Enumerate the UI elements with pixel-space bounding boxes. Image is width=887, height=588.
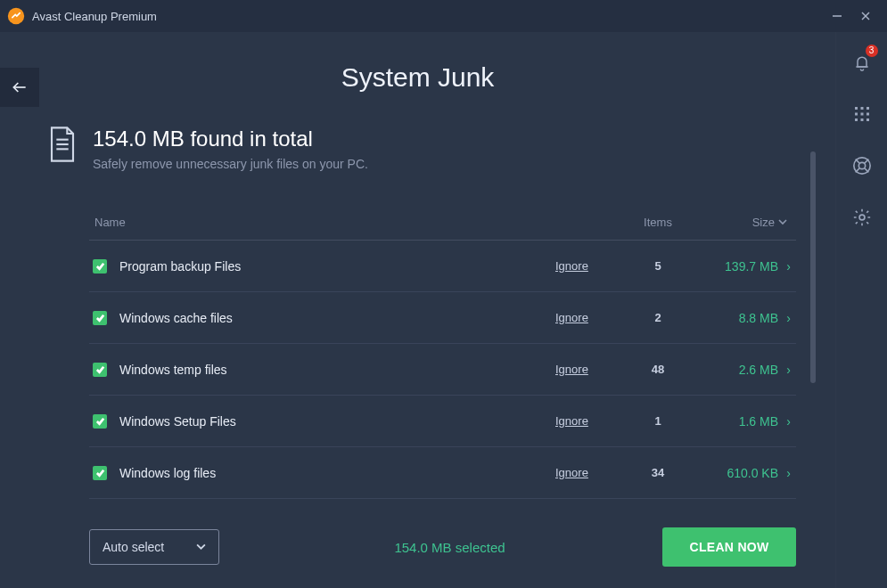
close-button[interactable] — [851, 2, 880, 30]
row-size[interactable]: 2.6 MB — [689, 363, 778, 377]
table-row: Windows Setup FilesIgnore11.6 MB› — [89, 396, 796, 447]
svg-rect-11 — [866, 107, 869, 110]
clean-now-button[interactable]: CLEAN NOW — [662, 527, 796, 567]
svg-rect-10 — [860, 107, 863, 110]
svg-point-19 — [858, 162, 865, 168]
titlebar: Avast Cleanup Premium — [0, 0, 887, 32]
help-button[interactable] — [848, 151, 876, 180]
row-name: Windows cache files — [119, 311, 555, 325]
svg-rect-12 — [855, 113, 858, 116]
row-size[interactable]: 8.8 MB — [689, 311, 778, 325]
apps-grid-button[interactable] — [848, 100, 876, 128]
settings-button[interactable] — [848, 203, 876, 232]
ignore-link[interactable]: Ignore — [555, 311, 627, 324]
page-title: System Junk — [0, 32, 835, 93]
back-button[interactable] — [0, 68, 39, 107]
svg-rect-14 — [866, 113, 869, 116]
chevron-right-icon: › — [778, 311, 796, 325]
row-items: 5 — [627, 259, 689, 273]
table-row: Program backup FilesIgnore5139.7 MB› — [89, 241, 796, 292]
svg-rect-17 — [866, 118, 869, 121]
row-items: 34 — [627, 466, 689, 479]
row-items: 48 — [627, 363, 689, 376]
scrollbar[interactable] — [810, 151, 816, 383]
chevron-right-icon: › — [778, 414, 796, 429]
table-row: Windows log filesIgnore34610.0 KB› — [89, 447, 796, 499]
row-name: Windows temp files — [119, 363, 555, 377]
svg-rect-13 — [860, 113, 863, 116]
column-items: Items — [627, 216, 689, 229]
found-total: 154.0 MB found in total — [93, 127, 368, 151]
chevron-right-icon: › — [778, 466, 796, 480]
row-name: Windows Setup Files — [119, 414, 555, 429]
minimize-button[interactable] — [823, 2, 851, 30]
chevron-right-icon: › — [778, 259, 796, 274]
ignore-link[interactable]: Ignore — [555, 259, 627, 273]
notifications-button[interactable]: 3 — [848, 48, 876, 77]
row-size[interactable]: 610.0 KB — [689, 466, 778, 480]
ignore-link[interactable]: Ignore — [555, 466, 627, 479]
row-checkbox[interactable] — [93, 414, 107, 429]
row-checkbox[interactable] — [93, 259, 107, 274]
row-size[interactable]: 139.7 MB — [689, 259, 778, 274]
row-items: 1 — [627, 414, 689, 428]
chevron-down-icon — [778, 216, 787, 229]
auto-select-dropdown[interactable]: Auto select — [89, 529, 219, 565]
app-title: Avast Cleanup Premium — [32, 10, 823, 23]
svg-rect-9 — [855, 107, 858, 110]
document-icon — [48, 127, 77, 162]
svg-rect-15 — [855, 118, 858, 121]
chevron-down-icon — [196, 540, 206, 554]
column-name: Name — [89, 216, 555, 229]
row-name: Windows log files — [119, 466, 555, 480]
right-sidebar: 3 — [835, 32, 887, 588]
row-checkbox[interactable] — [93, 363, 107, 377]
row-checkbox[interactable] — [93, 466, 107, 480]
notification-badge: 3 — [866, 45, 878, 57]
selected-size: 154.0 MB selected — [255, 540, 645, 555]
table-row: Windows temp filesIgnore482.6 MB› — [89, 344, 796, 396]
row-size[interactable]: 1.6 MB — [689, 414, 778, 429]
svg-rect-16 — [860, 118, 863, 121]
row-checkbox[interactable] — [93, 311, 107, 325]
ignore-link[interactable]: Ignore — [555, 363, 627, 376]
chevron-right-icon: › — [778, 363, 796, 377]
ignore-link[interactable]: Ignore — [555, 414, 627, 428]
column-size-label: Size — [752, 216, 775, 229]
row-name: Program backup Files — [119, 259, 555, 274]
svg-point-24 — [859, 215, 865, 220]
avast-logo-icon — [7, 7, 25, 25]
row-items: 2 — [627, 311, 689, 324]
table-header: Name Items Size — [89, 208, 796, 241]
found-subtitle: Safely remove unnecessary junk files on … — [93, 157, 368, 171]
auto-select-label: Auto select — [103, 540, 164, 554]
summary: 154.0 MB found in total Safely remove un… — [48, 127, 835, 171]
table-row: Windows cache filesIgnore28.8 MB› — [89, 292, 796, 344]
column-size-sort[interactable]: Size — [689, 216, 796, 229]
main-panel: System Junk 154.0 MB found in total Safe… — [0, 32, 835, 588]
